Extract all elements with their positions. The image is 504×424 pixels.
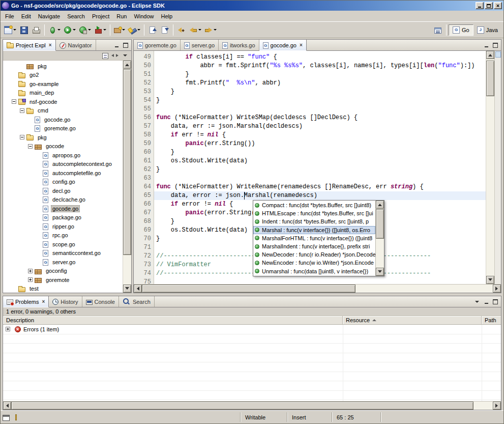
tree-scroll-up-button[interactable] (123, 61, 131, 69)
back-button[interactable] (188, 23, 203, 37)
editor-horizontal-scrollbar[interactable] (134, 284, 501, 293)
save-button[interactable] (18, 23, 30, 37)
tree-item-22-server-go[interactable]: server.go (3, 258, 123, 267)
view-tab-search[interactable]: Search (119, 296, 155, 307)
problems-scroll-left-button[interactable] (3, 402, 11, 410)
menu-project[interactable]: Project (88, 12, 113, 21)
tree-item-4-nsf-gocode[interactable]: nsf-gocode (3, 97, 123, 106)
next-annotation-button[interactable] (159, 23, 171, 37)
debug-button[interactable] (47, 23, 62, 37)
maximize-view-icon[interactable] (492, 299, 499, 305)
editor-scroll-thumb[interactable] (486, 61, 494, 96)
column-header-resource[interactable]: Resource (343, 316, 482, 324)
line-number-70[interactable]: 70 (134, 235, 151, 243)
tree-item-10-apropos-go[interactable]: apropos.go (3, 151, 123, 160)
assist-scroll-down-button[interactable] (376, 268, 384, 276)
search-flashlight-button[interactable] (127, 23, 142, 37)
tree-item-5-cmd[interactable]: cmd (3, 106, 123, 116)
view-tab-history[interactable]: History (49, 296, 82, 307)
line-number-50[interactable]: 50 (134, 62, 151, 70)
line-number-63[interactable]: 63 (134, 174, 151, 183)
line-number-ruler[interactable]: 4950515253545556575859606162636465666768… (134, 51, 154, 284)
line-number-52[interactable]: 52 (134, 79, 151, 88)
tree-item-7-goremote-go[interactable]: goremote.go (3, 124, 123, 133)
minimize-view-icon[interactable] (113, 42, 120, 48)
tree-scroll-track[interactable] (123, 69, 131, 285)
line-number-58[interactable]: 58 (134, 131, 151, 139)
line-number-68[interactable]: 68 (134, 217, 151, 226)
pencil-icon[interactable] (15, 414, 17, 420)
tree-item-3-main-dep[interactable]: main_dep (3, 89, 123, 98)
tree-item-0-pkg[interactable]: pkg (3, 62, 123, 71)
tree-item-21-semanticcontext-go[interactable]: semanticcontext.go (3, 249, 123, 258)
problems-hscroll-thumb[interactable] (11, 402, 473, 410)
column-header-description[interactable]: Description (3, 316, 343, 324)
line-number-54[interactable]: 54 (134, 96, 151, 105)
maximize-view-icon[interactable] (122, 42, 129, 48)
run-config-button[interactable] (77, 23, 93, 37)
menu-run[interactable]: Run (113, 12, 130, 21)
completion-item-marshal[interactable]: Marshal : func(v interface{}) ([]uint8, … (253, 226, 375, 234)
tree-item-1-go2[interactable]: go2 (3, 71, 123, 80)
maximize-button[interactable] (485, 2, 493, 9)
tree-item-11-autocompletecontext-go[interactable]: autocompletecontext.go (3, 160, 123, 169)
completion-item-compact[interactable]: Compact : func(dst *bytes.Buffer, src []… (253, 201, 375, 209)
assist-scrollbar[interactable] (375, 201, 384, 276)
line-number-65[interactable]: 65 (134, 191, 151, 200)
tree-item-15-declcache-go[interactable]: declcache.go (3, 195, 123, 205)
expand-icon[interactable] (28, 269, 33, 273)
close-tab-icon[interactable]: × (300, 43, 303, 48)
line-number-69[interactable]: 69 (134, 226, 151, 235)
tree-item-6-gocode-go[interactable]: gocode.go (3, 115, 123, 124)
close-tab-icon[interactable]: × (49, 43, 52, 48)
problems-scroll-right-button[interactable] (493, 402, 501, 410)
collapse-icon[interactable] (20, 135, 24, 139)
editor-tab-itworks-go[interactable]: itworks.go (219, 40, 259, 50)
line-number-57[interactable]: 57 (134, 122, 151, 131)
line-number-66[interactable]: 66 (134, 200, 151, 209)
error-group-row[interactable]: Errors (1 item) (3, 325, 501, 334)
editor-hscroll-thumb[interactable] (142, 285, 355, 293)
completion-item-marshalindent[interactable]: MarshalIndent : func(v interface{}, pref… (253, 242, 375, 250)
collapse-icon[interactable] (20, 108, 24, 113)
line-number-67[interactable]: 67 (134, 209, 151, 217)
editor-scroll-right-button[interactable] (493, 285, 501, 293)
tree-item-17-package-go[interactable]: package.go (3, 213, 123, 222)
line-number-60[interactable]: 60 (134, 148, 151, 157)
line-number-56[interactable]: 56 (134, 114, 151, 122)
tree-scroll-down-button[interactable] (123, 285, 131, 293)
line-number-59[interactable]: 59 (134, 139, 151, 148)
minimize-view-icon[interactable] (483, 42, 490, 48)
tree-item-13-config-go[interactable]: config.go (3, 178, 123, 187)
expand-icon[interactable] (28, 277, 33, 282)
open-perspective-button[interactable] (432, 23, 444, 37)
perspective-java-button[interactable]: Java (473, 25, 501, 35)
completion-item-htmlescape[interactable]: HTMLEscape : func(dst *bytes.Buffer, src… (253, 209, 375, 217)
title-bar[interactable]: Go - nsf-gocode/src/pkg/gocode/gocode.go… (1, 1, 503, 11)
assist-scroll-up-button[interactable] (376, 201, 384, 209)
completion-item-newencoder[interactable]: NewEncoder : func(w io.Writer) *json.Enc… (253, 259, 375, 267)
menu-help[interactable]: Help (158, 12, 176, 21)
tree-item-12-autocompletefile-go[interactable]: autocompletefile.go (3, 168, 123, 178)
line-number-71[interactable]: 71 (134, 243, 151, 252)
overview-ruler[interactable] (494, 51, 501, 284)
menu-window[interactable]: Window (130, 12, 157, 21)
perspective-go-button[interactable]: Go (449, 24, 473, 36)
minimize-view-icon[interactable] (483, 299, 490, 305)
line-number-51[interactable]: 51 (134, 70, 151, 79)
menu-navigate[interactable]: Navigate (35, 12, 64, 21)
assist-scroll-track[interactable] (376, 209, 384, 268)
tree-item-23-goconfig[interactable]: goconfig (3, 267, 123, 276)
close-button[interactable]: × (494, 2, 502, 9)
tree-item-24-goremote[interactable]: goremote (3, 275, 123, 285)
completion-item-indent[interactable]: Indent : func(dst *bytes.Buffer, src []u… (253, 217, 375, 225)
editor-hscroll-track[interactable] (142, 285, 493, 293)
problems-hscroll-track[interactable] (11, 402, 493, 410)
view-tab-problems[interactable]: Problems× (3, 296, 49, 307)
external-tools-button[interactable] (93, 23, 108, 37)
menu-edit[interactable]: Edit (18, 12, 35, 21)
tree-item-14-decl-go[interactable]: decl.go (3, 186, 123, 195)
line-number-53[interactable]: 53 (134, 88, 151, 96)
tree-item-2-go-example[interactable]: go-example (3, 79, 123, 89)
editor-vertical-scrollbar[interactable] (486, 51, 494, 284)
